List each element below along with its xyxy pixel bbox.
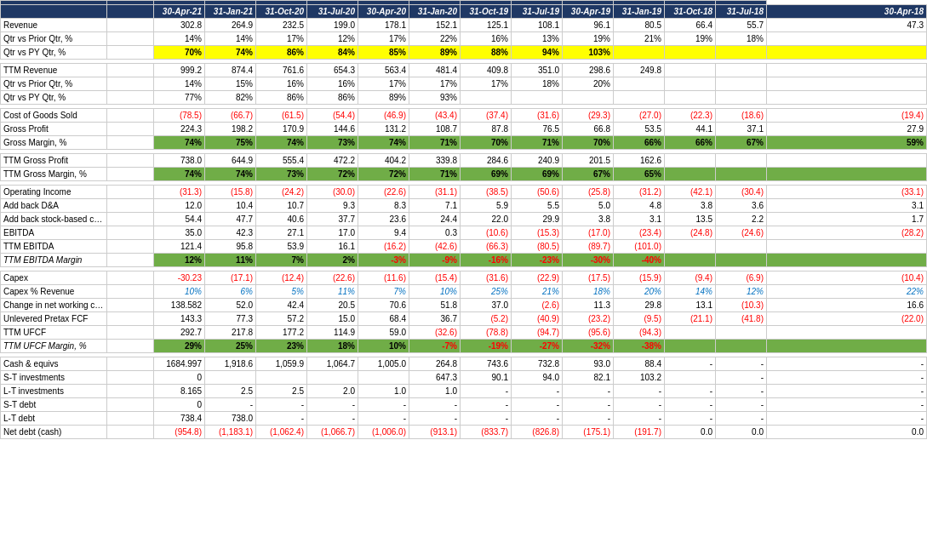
data-cell: (42.6) [409, 240, 461, 254]
row-label: TTM Gross Margin, % [1, 168, 107, 181]
table-row: L-T investments8.1652.52.52.01.01.0-----… [1, 385, 927, 398]
table-row: Cost of Goods Sold(78.5)(66.7)(61.5)(54.… [1, 109, 927, 123]
data-cell: - [665, 357, 716, 371]
data-cell: (32.6) [409, 326, 461, 340]
col-date-11: 31-Jul-18 [716, 5, 767, 19]
row-label: Gross Profit [1, 123, 107, 136]
data-cell: 23.6 [358, 213, 409, 226]
data-cell: - [512, 385, 563, 398]
data-cell: 409.8 [461, 64, 512, 77]
data-cell: 21% [512, 285, 563, 299]
data-cell [563, 91, 614, 105]
data-cell: 0 [154, 371, 205, 385]
data-cell: 66.8 [563, 123, 614, 136]
data-cell: 47.3 [767, 19, 927, 32]
data-cell: 67% [563, 168, 614, 181]
data-cell: (23.4) [614, 226, 665, 240]
row-ticker-col [107, 123, 154, 136]
data-cell: 71% [409, 168, 461, 181]
data-cell: - [512, 412, 563, 426]
data-cell: 71% [512, 136, 563, 150]
data-cell: (18.6) [716, 109, 767, 123]
data-cell: 18% [307, 340, 358, 353]
data-cell: -7% [409, 340, 461, 353]
header-row-2: 30-Apr-21 31-Jan-21 31-Oct-20 31-Jul-20 … [1, 5, 927, 19]
data-cell: - [256, 398, 307, 412]
data-cell: 292.7 [154, 326, 205, 340]
data-cell [716, 326, 767, 340]
data-cell: (11.6) [358, 271, 409, 285]
data-cell: 224.3 [154, 123, 205, 136]
qtr-ending-label [107, 5, 154, 19]
data-cell: -23% [512, 254, 563, 267]
data-cell: 13.1 [665, 299, 716, 312]
table-row: Add back stock-based comp54.447.740.637.… [1, 213, 927, 226]
data-cell: 22% [409, 32, 461, 46]
data-cell: 217.8 [205, 326, 256, 340]
data-cell: 5% [256, 285, 307, 299]
data-cell: 13.5 [665, 213, 716, 226]
row-label: Cost of Goods Sold [1, 109, 107, 123]
data-cell: (1,006.0) [358, 426, 409, 439]
data-cell: - [614, 412, 665, 426]
data-cell: 11% [205, 254, 256, 267]
data-cell: 654.3 [307, 64, 358, 77]
data-cell: 12% [154, 254, 205, 267]
table-row: S-T investments0647.390.194.082.1103.2-- [1, 371, 927, 385]
data-cell: 12% [307, 32, 358, 46]
data-cell: (30.0) [307, 186, 358, 199]
data-cell: - [256, 412, 307, 426]
data-cell: 108.7 [409, 123, 461, 136]
data-cell: 162.6 [614, 154, 665, 168]
data-cell: (15.9) [614, 271, 665, 285]
row-label: Revenue [1, 19, 107, 32]
row-ticker-col [107, 385, 154, 398]
row-ticker-col [107, 46, 154, 60]
row-label: S-T debt [1, 398, 107, 412]
table-row: Unlevered Pretax FCF143.377.357.215.068.… [1, 312, 927, 326]
row-ticker-col [107, 340, 154, 353]
col-date-6: 31-Oct-19 [461, 5, 512, 19]
data-cell: 14% [154, 32, 205, 46]
row-ticker-col [107, 77, 154, 91]
data-cell [358, 371, 409, 385]
data-cell: 19% [563, 32, 614, 46]
row-ticker-col [107, 254, 154, 267]
data-cell: (22.6) [307, 271, 358, 285]
data-cell: 177.2 [256, 326, 307, 340]
data-cell: 23% [256, 340, 307, 353]
data-cell: 5.9 [461, 199, 512, 213]
data-cell: - [307, 412, 358, 426]
data-cell [716, 240, 767, 254]
data-cell: - [358, 412, 409, 426]
data-cell: 6% [205, 285, 256, 299]
row-ticker-col [107, 398, 154, 412]
data-cell: 80.5 [614, 19, 665, 32]
data-cell [767, 168, 927, 181]
row-label: Add back D&A [1, 199, 107, 213]
data-cell: 298.6 [563, 64, 614, 77]
row-ticker-col [107, 412, 154, 426]
data-cell: 74% [154, 168, 205, 181]
data-cell: 89% [358, 91, 409, 105]
data-cell: 90.1 [461, 371, 512, 385]
row-label: Cash & equivs [1, 357, 107, 371]
row-label: L-T investments [1, 385, 107, 398]
data-cell: 5.5 [512, 199, 563, 213]
row-ticker-col [107, 285, 154, 299]
data-cell: 11.3 [563, 299, 614, 312]
data-cell: 16.1 [307, 240, 358, 254]
row-label: Qtr vs PY Qtr, % [1, 91, 107, 105]
data-cell: 85% [358, 46, 409, 60]
data-cell: 15.0 [307, 312, 358, 326]
data-cell [767, 64, 927, 77]
data-cell: 738.0 [154, 154, 205, 168]
data-cell: (31.1) [409, 186, 461, 199]
data-cell: -19% [461, 340, 512, 353]
data-cell: 59% [767, 136, 927, 150]
data-cell: 29.9 [512, 213, 563, 226]
summary-label [1, 5, 107, 19]
data-cell: 72% [358, 168, 409, 181]
row-ticker-col [107, 154, 154, 168]
data-cell [665, 91, 716, 105]
